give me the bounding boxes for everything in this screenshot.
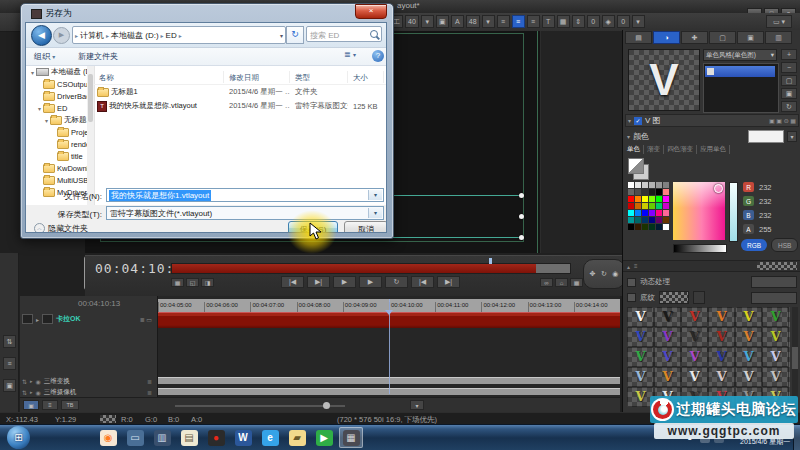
playhead-marker[interactable] (385, 310, 393, 319)
tool-icon-move[interactable]: ⇅ (3, 335, 16, 348)
tree-expand-icon[interactable]: ▾ (29, 69, 36, 76)
taskbar-icon-recorder[interactable]: ● (204, 427, 228, 448)
file-row[interactable]: T我的快乐就是想你.vtlayout2015/4/6 星期一 …雷特字幕版图文件… (94, 99, 387, 113)
palette-swatch[interactable] (663, 196, 669, 202)
app-toolbar-icon[interactable]: ▾ (421, 15, 434, 28)
collapse-icon[interactable]: ▾ (627, 133, 630, 140)
palette-swatch[interactable] (628, 217, 634, 223)
sub-section-row[interactable]: ▴ ≡ (623, 260, 800, 272)
palette-swatch[interactable] (628, 203, 634, 209)
chevron-down-icon[interactable]: ▾ (368, 190, 382, 200)
style-preset[interactable]: V (627, 307, 654, 327)
layer-row[interactable]: ▾ ✓ V 图 ▣ ▣ ⊜ ▦ (625, 114, 799, 127)
taskbar-icon-video-editor[interactable]: ▦ (339, 427, 363, 448)
track-enable-box[interactable] (22, 314, 33, 324)
color-tab[interactable]: 渐变 (647, 145, 664, 154)
style-list-button[interactable]: ↻ (781, 101, 797, 112)
channel-value[interactable]: 232 (759, 211, 772, 220)
app-toolbar-icon[interactable]: ⇕ (572, 15, 585, 28)
selection-handle[interactable] (519, 235, 524, 240)
app-toolbar-icon[interactable]: T (542, 15, 555, 28)
style-preset[interactable]: V (735, 307, 762, 327)
forward-button[interactable]: ▶ (53, 27, 70, 44)
style-preset[interactable]: V (681, 307, 708, 327)
track-options-icon[interactable]: ≣ (147, 389, 152, 396)
palette-swatch[interactable] (656, 182, 662, 188)
track-header[interactable]: ⇅▸◉三维变换≣ (22, 376, 156, 386)
layer-checkbox[interactable]: ✓ (634, 117, 642, 125)
style-preset[interactable]: V (654, 307, 681, 327)
column-header[interactable]: 类型 (290, 71, 348, 83)
dynamic-value-field[interactable] (751, 276, 797, 288)
file-row[interactable]: 无标题12015/4/6 星期一 …文件夹 (94, 85, 387, 99)
channel-value[interactable]: 232 (759, 197, 772, 206)
preset-scrollbar[interactable] (792, 307, 798, 407)
style-preset[interactable]: V (681, 327, 708, 347)
style-list-button[interactable]: ▣ (781, 88, 797, 99)
palette-swatch[interactable] (649, 224, 655, 230)
track-options-icon[interactable]: ≣ ▭ (140, 316, 152, 323)
play-range-button[interactable]: ▶ (359, 276, 382, 288)
tree-item[interactable]: CSOutput (26, 78, 94, 90)
tree-item[interactable]: KwDownloa (26, 162, 94, 174)
style-preset[interactable]: V (654, 347, 681, 367)
filetype-select[interactable]: 雷特字幕版图文件(*.vtlayout) ▾ (106, 206, 384, 220)
prev-frame-button[interactable]: |◀ (411, 276, 434, 288)
track-expand-icon[interactable]: ▸ (30, 378, 33, 384)
right-panel-tab[interactable]: ▥ (765, 31, 792, 44)
palette-swatch[interactable] (663, 224, 669, 230)
go-in-button[interactable]: |◀ (281, 276, 304, 288)
timeline-list-button[interactable]: ≡ (42, 400, 58, 410)
style-preset[interactable]: V (681, 347, 708, 367)
right-panel-tab[interactable]: ▢ (709, 31, 736, 44)
taskbar-icon-display[interactable]: ▭ (123, 427, 147, 448)
style-preset[interactable]: V (762, 307, 789, 327)
tree-item[interactable]: title (26, 150, 94, 162)
hide-folders-button[interactable]: ︿隐藏文件夹 (34, 223, 88, 233)
style-list-button[interactable]: − (781, 62, 797, 73)
palette-swatch[interactable] (642, 210, 648, 216)
color-space-button[interactable]: RGB (741, 239, 767, 251)
palette-swatch[interactable] (642, 224, 648, 230)
channel-value[interactable]: 232 (759, 183, 772, 192)
tree-item[interactable]: ▾无标题1 (26, 114, 94, 126)
column-header[interactable]: 修改日期 (224, 71, 290, 83)
preset-scrollbar-thumb[interactable] (792, 347, 798, 369)
palette-swatch[interactable] (649, 182, 655, 188)
style-list-selected-item[interactable] (705, 66, 775, 77)
style-preset[interactable]: V (735, 347, 762, 367)
style-preset[interactable]: V (654, 367, 681, 387)
app-toolbar-icon[interactable]: 0 (587, 15, 600, 28)
go-out-button[interactable]: ▶| (307, 276, 330, 288)
track-gear-icon[interactable]: ◉ (36, 389, 41, 396)
palette-swatch[interactable] (635, 217, 641, 223)
app-toolbar-icon[interactable]: ▾ (632, 15, 645, 28)
app-toolbar-icon[interactable]: ▣ (436, 15, 449, 28)
breadcrumb-segment[interactable]: 本地磁盘 (D:) (111, 30, 159, 41)
channel-value[interactable]: 255 (759, 225, 772, 234)
app-toolbar-icon[interactable]: ▾ (482, 15, 495, 28)
palette-swatch[interactable] (656, 189, 662, 195)
color-tab[interactable]: 单色 (627, 145, 644, 154)
palette-swatch[interactable] (663, 217, 669, 223)
palette-swatch[interactable] (656, 217, 662, 223)
palette-swatch[interactable] (635, 196, 641, 202)
track-expand-icon[interactable]: ▸ (30, 389, 33, 395)
texture-checkbox[interactable] (627, 293, 636, 302)
refresh-icon[interactable]: ↻ (286, 26, 304, 44)
palette-swatch[interactable] (635, 224, 641, 230)
dynamic-row[interactable]: 动态处理 (627, 276, 797, 288)
right-panel-tab[interactable]: ◑ (653, 31, 680, 44)
breadcrumb-segment[interactable]: ED (166, 31, 177, 40)
view-control-cluster[interactable]: ✥↻◉ (583, 259, 625, 289)
style-type-dropdown[interactable]: 单色风格(单色图)▾ (703, 49, 777, 61)
style-preset[interactable]: V (654, 327, 681, 347)
color-tab[interactable]: 应用单色 (700, 145, 730, 154)
color-tab[interactable]: 四色渐变 (667, 145, 697, 154)
palette-swatch[interactable] (649, 217, 655, 223)
texture-row[interactable]: 底纹 (627, 291, 797, 304)
tree-scrollbar[interactable] (87, 66, 94, 205)
tree-expand-icon[interactable]: ▾ (36, 105, 43, 112)
start-button[interactable]: ⊞ (7, 426, 30, 449)
collapse-icon[interactable]: ▴ (627, 263, 630, 270)
